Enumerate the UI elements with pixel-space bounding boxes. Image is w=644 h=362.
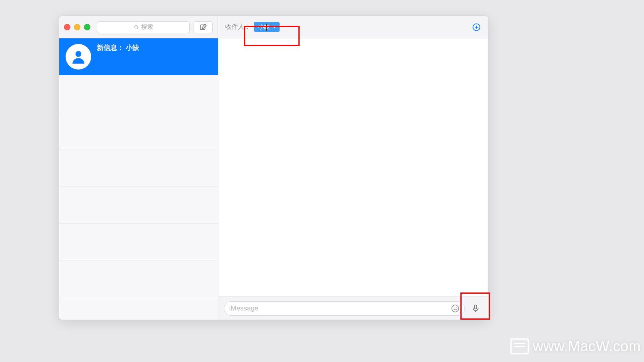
list-item [59, 261, 218, 298]
titlebar: 搜索 收件人： 小缺 [59, 16, 488, 38]
message-input[interactable]: iMessage [224, 301, 465, 316]
plus-circle-icon [472, 23, 481, 32]
minimize-window-button[interactable] [74, 24, 80, 30]
svg-line-1 [137, 28, 138, 29]
messages-window: 搜索 收件人： 小缺 [59, 16, 488, 320]
recipient-chip-name: 小缺 [258, 23, 270, 31]
empty-rows [59, 75, 218, 298]
message-input-placeholder: iMessage [229, 304, 258, 312]
chevron-down-icon [272, 25, 276, 29]
voice-message-button[interactable] [469, 302, 482, 315]
avatar [66, 44, 91, 70]
conversation-item-new-message[interactable]: 新信息： 小缺 [59, 38, 218, 75]
list-item [59, 75, 218, 112]
svg-rect-10 [474, 305, 477, 309]
microphone-icon [471, 304, 480, 313]
list-item [59, 187, 218, 224]
close-window-button[interactable] [64, 24, 70, 30]
recipient-bar: 收件人： 小缺 [218, 16, 488, 38]
window-controls [64, 24, 90, 30]
zoom-window-button[interactable] [84, 24, 90, 30]
person-icon [70, 48, 87, 65]
recipient-label: 收件人： [225, 23, 251, 31]
list-item [59, 149, 218, 187]
compose-button[interactable] [194, 21, 213, 33]
list-item [59, 112, 218, 149]
text-caret [266, 24, 267, 31]
smiley-icon [451, 304, 460, 313]
content: 新信息： 小缺 iMessage [59, 38, 488, 320]
watermark: www.MacW.com [510, 338, 641, 355]
conversation-title: 新信息： 小缺 [97, 38, 139, 52]
emoji-button[interactable] [451, 304, 460, 313]
list-item [59, 224, 218, 261]
watermark-icon [510, 338, 529, 354]
search-input[interactable]: 搜索 [97, 21, 190, 33]
svg-point-0 [134, 25, 137, 28]
conversation-title-name: 小缺 [126, 44, 139, 52]
conversation-title-prefix: 新信息： [97, 44, 124, 52]
svg-point-9 [456, 307, 457, 308]
compose-icon [199, 23, 207, 31]
svg-point-6 [76, 51, 82, 57]
chat-area [218, 38, 488, 296]
svg-point-8 [454, 307, 454, 308]
message-input-bar: iMessage [218, 296, 488, 320]
recipient-chip[interactable]: 小缺 [254, 22, 280, 32]
search-icon [134, 24, 139, 30]
svg-point-7 [452, 305, 458, 312]
watermark-text: www.MacW.com [533, 338, 641, 355]
add-recipient-button[interactable] [472, 23, 481, 32]
search-placeholder: 搜索 [141, 23, 153, 31]
chat-panel: iMessage [218, 38, 488, 320]
titlebar-left: 搜索 [59, 16, 218, 38]
conversation-sidebar: 新信息： 小缺 [59, 38, 218, 320]
